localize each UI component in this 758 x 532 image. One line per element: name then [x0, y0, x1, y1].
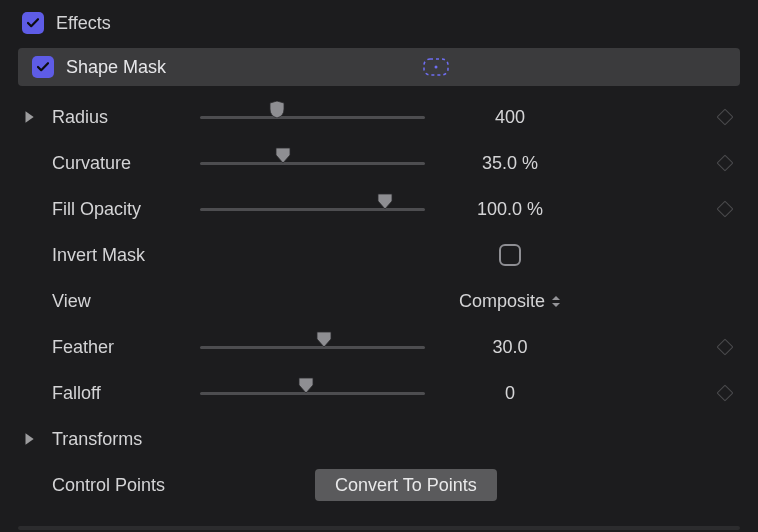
- fill-opacity-slider[interactable]: [200, 199, 425, 219]
- shape-mask-title: Shape Mask: [66, 57, 166, 78]
- popup-chevrons-icon: [551, 295, 561, 308]
- curvature-label: Curvature: [52, 153, 200, 174]
- view-value: Composite: [459, 291, 545, 312]
- view-popup[interactable]: Composite: [425, 291, 595, 312]
- effects-checkbox[interactable]: [22, 12, 44, 34]
- feather-label: Feather: [52, 337, 200, 358]
- svg-point-1: [435, 66, 438, 69]
- keyframe-button[interactable]: [717, 155, 734, 172]
- param-row-radius: Radius 400: [18, 94, 740, 140]
- checkmark-icon: [27, 18, 39, 28]
- param-row-control-points: Control Points Convert To Points: [18, 462, 740, 508]
- param-row-feather: Feather 30.0: [18, 324, 740, 370]
- invert-mask-checkbox[interactable]: [499, 244, 521, 266]
- falloff-value[interactable]: 0: [425, 383, 595, 404]
- feather-slider[interactable]: [200, 337, 425, 357]
- slider-thumb-icon[interactable]: [298, 377, 314, 394]
- disclosure-triangle-transforms[interactable]: [22, 432, 36, 446]
- svg-marker-4: [552, 303, 560, 307]
- shape-mask-icon-slot: [351, 56, 521, 78]
- fill-opacity-value[interactable]: 100.0 %: [425, 199, 595, 220]
- control-points-label: Control Points: [52, 475, 200, 496]
- effects-panel: Shape Mask Radius 400: [0, 42, 758, 508]
- radius-slider[interactable]: [200, 107, 425, 127]
- convert-to-points-button[interactable]: Convert To Points: [315, 469, 497, 501]
- param-row-transforms: Transforms: [18, 416, 740, 462]
- transforms-label: Transforms: [52, 429, 352, 450]
- radius-value[interactable]: 400: [425, 107, 595, 128]
- shape-mask-icon: [421, 56, 451, 78]
- slider-thumb-icon[interactable]: [269, 101, 285, 118]
- fill-opacity-label: Fill Opacity: [52, 199, 200, 220]
- panel-separator: [18, 526, 740, 530]
- keyframe-button[interactable]: [717, 109, 734, 126]
- effects-label: Effects: [56, 13, 111, 34]
- falloff-label: Falloff: [52, 383, 200, 404]
- shape-mask-checkbox[interactable]: [32, 56, 54, 78]
- falloff-slider[interactable]: [200, 383, 425, 403]
- param-row-falloff: Falloff 0: [18, 370, 740, 416]
- param-row-invert-mask: Invert Mask: [18, 232, 740, 278]
- checkmark-icon: [37, 62, 49, 72]
- slider-thumb-icon[interactable]: [377, 193, 393, 210]
- shape-mask-titlebar[interactable]: Shape Mask: [18, 48, 740, 86]
- disclosure-triangle-radius[interactable]: [22, 110, 36, 124]
- param-row-curvature: Curvature 35.0 %: [18, 140, 740, 186]
- svg-marker-2: [26, 111, 34, 123]
- slider-thumb-icon[interactable]: [275, 147, 291, 164]
- radius-label: Radius: [52, 107, 200, 128]
- curvature-slider[interactable]: [200, 153, 425, 173]
- curvature-value[interactable]: 35.0 %: [425, 153, 595, 174]
- slider-thumb-icon[interactable]: [316, 331, 332, 348]
- effects-header: Effects: [0, 4, 758, 42]
- invert-mask-label: Invert Mask: [52, 245, 200, 266]
- feather-value[interactable]: 30.0: [425, 337, 595, 358]
- keyframe-button[interactable]: [717, 385, 734, 402]
- keyframe-button[interactable]: [717, 339, 734, 356]
- svg-marker-5: [26, 433, 34, 445]
- param-row-view: View Composite: [18, 278, 740, 324]
- view-label: View: [52, 291, 200, 312]
- svg-marker-3: [552, 296, 560, 300]
- keyframe-button[interactable]: [717, 201, 734, 218]
- param-row-fill-opacity: Fill Opacity 100.0 %: [18, 186, 740, 232]
